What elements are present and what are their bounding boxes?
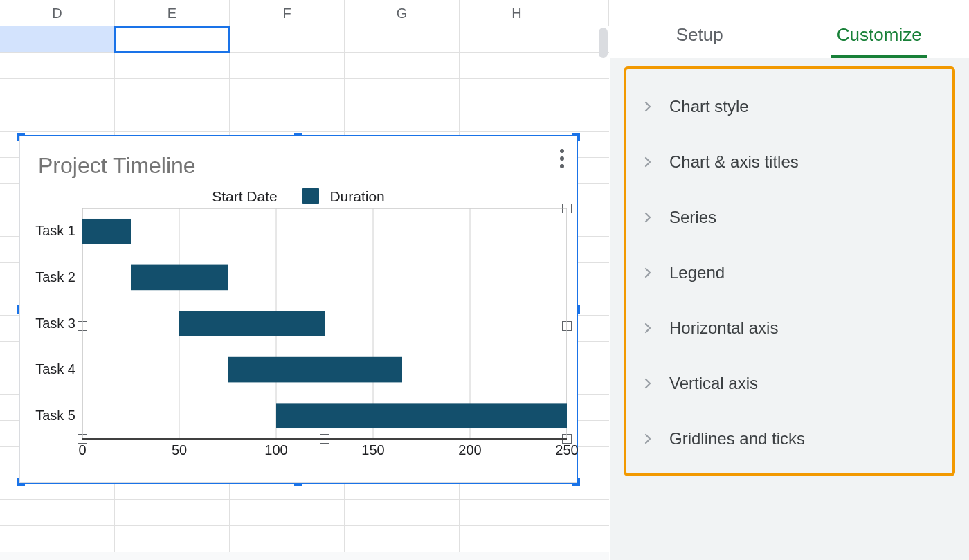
chart-title[interactable]: Project Timeline [38,153,196,179]
cell[interactable] [230,105,345,132]
accordion-horizontal-axis[interactable]: Horizontal axis [633,300,945,356]
accordion-label: Chart style [669,97,749,116]
column-headers-row: D E F G H [0,0,609,26]
cell[interactable] [345,105,460,132]
y-tick-label: Task 1 [35,223,75,239]
cell[interactable] [115,500,230,526]
vertical-scrollbar[interactable] [599,28,608,58]
cell[interactable] [230,53,345,79]
accordion-label: Gridlines and ticks [669,429,805,449]
cell[interactable] [230,79,345,105]
cell[interactable] [0,79,115,105]
chevron-right-icon [642,322,654,334]
y-tick-label: Task 2 [35,269,75,285]
tab-customize[interactable]: Customize [790,24,970,58]
dot-icon [560,149,564,153]
cell[interactable] [574,105,609,132]
cell[interactable] [0,53,115,79]
chart-plot-area[interactable]: Task 1Task 2Task 3Task 4Task 5 050100150… [82,208,567,458]
row[interactable] [0,500,609,526]
col-header-spacer [574,0,609,26]
x-tick-label: 0 [69,442,96,458]
cell[interactable] [0,500,115,526]
x-tick-label: 200 [456,442,484,458]
cell[interactable] [345,79,460,105]
bar-task 3[interactable] [179,311,325,336]
col-header-e[interactable]: E [115,0,230,26]
customize-panel-body: Chart styleChart & axis titlesSeriesLege… [610,58,969,560]
cell-d[interactable] [0,26,115,53]
accordion-label: Vertical axis [669,374,758,393]
legend-series-1[interactable]: Start Date [212,188,278,204]
chart-legend[interactable]: Start Date Duration [20,188,577,205]
cell[interactable] [460,53,574,79]
cell[interactable] [345,53,460,79]
x-tick-label: 250 [553,442,581,458]
chart-editor-tabs: Setup Customize [610,0,969,58]
chart-editor-panel: Setup Customize Chart styleChart & axis … [609,0,969,560]
cell-e-active[interactable] [115,26,230,53]
dot-icon [560,156,564,161]
chevron-right-icon [642,100,654,113]
row[interactable] [0,105,609,132]
x-tick-label: 100 [262,442,290,458]
cell[interactable] [115,79,230,105]
cell[interactable] [0,105,115,132]
row[interactable] [0,53,609,79]
row[interactable] [0,526,609,552]
chevron-right-icon [642,267,654,279]
bar-task 1[interactable] [82,219,131,244]
chart-embedded-object[interactable]: Project Timeline Start Date Duration Tas… [17,133,580,486]
col-header-f[interactable]: F [230,0,345,26]
cell[interactable] [115,53,230,79]
dot-icon [560,164,564,168]
row-selected[interactable] [0,26,609,53]
accordion-gridlines-and-ticks[interactable]: Gridlines and ticks [633,411,945,467]
cell[interactable] [460,79,574,105]
cell[interactable] [115,105,230,132]
bar-task 2[interactable] [131,265,228,291]
cell[interactable] [115,526,230,552]
cell[interactable] [574,526,609,552]
x-tick-label: 50 [165,442,193,458]
cell[interactable] [345,526,460,552]
cell[interactable] [460,526,574,552]
legend-swatch-duration [302,188,319,204]
bar-task 4[interactable] [228,357,402,383]
cell[interactable] [0,526,115,552]
row[interactable] [0,79,609,105]
cell[interactable] [230,500,345,526]
col-header-g[interactable]: G [345,0,460,26]
cell[interactable] [460,105,574,132]
cell-f[interactable] [230,26,345,53]
cell-h[interactable] [460,26,574,53]
cell[interactable] [230,526,345,552]
col-header-h[interactable]: H [460,0,574,26]
chart-more-menu[interactable] [560,149,564,168]
accordion-chart-axis-titles[interactable]: Chart & axis titles [633,134,945,190]
y-tick-label: Task 4 [35,361,75,377]
accordion-legend[interactable]: Legend [633,245,945,300]
chevron-right-icon [642,433,654,445]
tab-setup[interactable]: Setup [610,24,790,58]
accordion-label: Horizontal axis [669,318,778,338]
accordion-series[interactable]: Series [633,190,945,245]
accordion-vertical-axis[interactable]: Vertical axis [633,356,945,411]
accordion-label: Series [669,208,716,227]
chevron-right-icon [642,211,654,224]
legend-series-2[interactable]: Duration [329,188,384,204]
bar-task 5[interactable] [276,403,567,428]
y-tick-label: Task 3 [35,316,75,332]
accordion-chart-style[interactable]: Chart style [633,79,945,134]
col-header-d[interactable]: D [0,0,115,26]
y-tick-label: Task 5 [35,408,75,424]
cell[interactable] [574,500,609,526]
customize-sections-highlight: Chart styleChart & axis titlesSeriesLege… [624,66,955,476]
cell[interactable] [460,500,574,526]
cell-g[interactable] [345,26,460,53]
chevron-right-icon [642,156,654,168]
cell[interactable] [574,79,609,105]
chart-canvas[interactable]: Project Timeline Start Date Duration Tas… [19,136,577,483]
cell[interactable] [345,500,460,526]
accordion-label: Legend [669,263,725,282]
